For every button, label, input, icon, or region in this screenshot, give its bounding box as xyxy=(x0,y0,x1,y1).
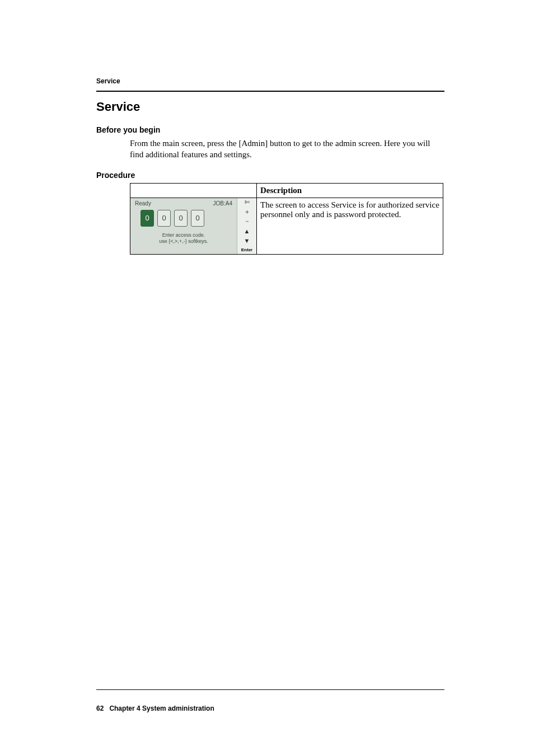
footer: 62 Chapter 4 System administration xyxy=(96,705,214,712)
printer-hint-line2: use {<,>,+,-} softkeys. xyxy=(130,238,237,245)
tool-icon[interactable]: ✄ xyxy=(245,199,250,205)
before-heading: Before you begin xyxy=(96,125,444,134)
table-header-empty xyxy=(130,183,257,198)
down-icon[interactable]: ▼ xyxy=(244,238,250,244)
digit-3[interactable]: 0 xyxy=(191,210,204,227)
printer-screen-inner: Ready JOB:A4 0 0 0 0 Enter access code. … xyxy=(130,198,237,254)
printer-topbar: Ready JOB:A4 xyxy=(130,198,237,206)
up-icon[interactable]: ▲ xyxy=(244,228,250,234)
digit-0[interactable]: 0 xyxy=(140,210,154,227)
procedure-table: Description Ready JOB:A4 0 0 0 0 xyxy=(130,183,443,255)
procedure-heading: Procedure xyxy=(96,171,444,180)
plus-icon[interactable]: ＋ xyxy=(244,209,250,215)
table-cell-screenshot: Ready JOB:A4 0 0 0 0 Enter access code. … xyxy=(130,198,257,254)
digit-2[interactable]: 0 xyxy=(174,210,188,227)
before-text: From the main screen, press the [Admin] … xyxy=(130,138,444,161)
footer-chapter: Chapter 4 System administration xyxy=(109,705,214,712)
section-title: Service xyxy=(96,100,444,114)
rule-bottom xyxy=(96,689,444,690)
enter-button[interactable]: Enter xyxy=(241,247,252,252)
table-header-row: Description xyxy=(130,183,443,198)
table-row: Ready JOB:A4 0 0 0 0 Enter access code. … xyxy=(130,198,443,254)
table-header-description: Description xyxy=(257,183,443,198)
rule-top xyxy=(96,91,444,92)
printer-status: Ready xyxy=(135,200,151,206)
minus-icon[interactable]: － xyxy=(244,218,250,224)
digit-1[interactable]: 0 xyxy=(157,210,171,227)
table-cell-description: The screen to access Service is for auth… xyxy=(257,198,443,254)
printer-screen: Ready JOB:A4 0 0 0 0 Enter access code. … xyxy=(130,198,256,254)
printer-hint-line1: Enter access code. xyxy=(130,232,237,238)
printer-job: JOB:A4 xyxy=(213,200,232,206)
footer-page: 62 xyxy=(96,705,104,712)
printer-digits: 0 0 0 0 xyxy=(140,210,237,227)
running-head: Service xyxy=(96,77,444,85)
printer-hint: Enter access code. use {<,>,+,-} softkey… xyxy=(130,232,237,245)
printer-side-keys: ✄ ＋ － ▲ ▼ Enter xyxy=(237,198,256,254)
page: Service Service Before you begin From th… xyxy=(0,0,534,756)
